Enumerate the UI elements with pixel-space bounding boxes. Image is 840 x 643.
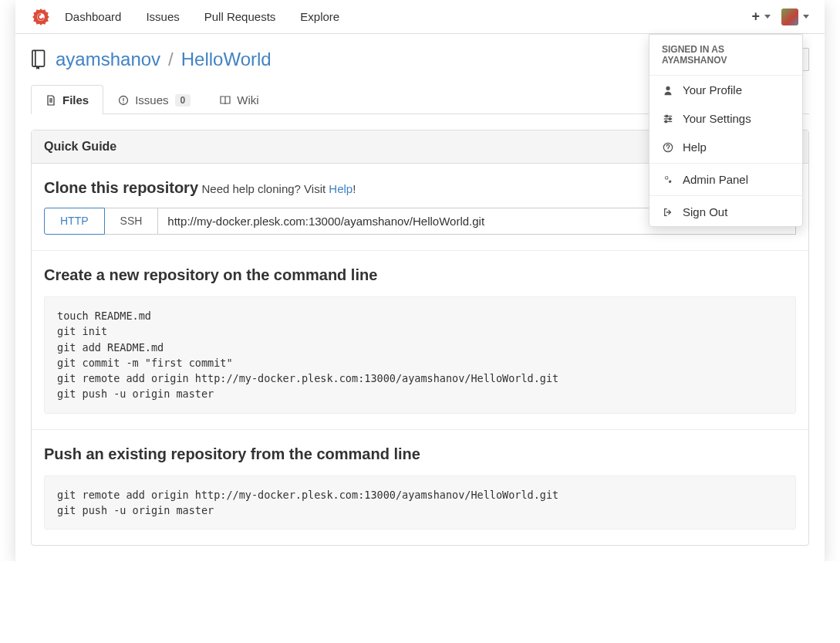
tab-label: Files [62, 93, 89, 107]
menu-label: Admin Panel [683, 173, 748, 186]
nav-pull-requests[interactable]: Pull Requests [204, 10, 276, 23]
clone-title: Clone this repository [44, 179, 198, 196]
plus-icon: + [751, 8, 760, 25]
clone-http-button[interactable]: HTTP [44, 208, 105, 235]
user-menu-trigger[interactable] [781, 8, 809, 25]
sliders-icon [662, 113, 673, 124]
clone-ssh-button[interactable]: SSH [105, 208, 159, 235]
repo-name-link[interactable]: HelloWorld [181, 49, 272, 70]
breadcrumb: ayamshanov / HelloWorld [31, 49, 272, 70]
nav-dashboard[interactable]: Dashboard [65, 10, 121, 23]
create-new-dropdown[interactable]: + [751, 8, 771, 25]
create-repo-section: Create a new repository on the command l… [32, 251, 808, 430]
nav-explore[interactable]: Explore [300, 10, 339, 23]
issue-icon [118, 95, 129, 106]
menu-your-profile[interactable]: Your Profile [649, 76, 802, 104]
tab-label: Wiki [237, 93, 258, 107]
signout-icon [662, 206, 673, 218]
nav-issues[interactable]: Issues [146, 10, 179, 23]
svg-point-2 [665, 115, 667, 117]
tab-issues[interactable]: Issues 0 [103, 85, 205, 114]
top-nav: Dashboard Issues Pull Requests Explore + [15, 0, 825, 34]
svg-point-17 [123, 102, 123, 103]
push-code-block: git remote add origin http://my-docker.p… [44, 475, 796, 530]
tab-label: Issues [135, 93, 168, 107]
menu-your-settings[interactable]: Your Settings [649, 104, 802, 133]
user-dropdown-menu: SIGNED IN AS AYAMSHANOV Your Profile You… [649, 34, 803, 227]
clone-subtext-suffix: ! [353, 182, 356, 195]
book-icon [220, 95, 231, 106]
user-icon [662, 84, 673, 96]
caret-down-icon [803, 15, 809, 19]
menu-label: Your Profile [683, 83, 742, 96]
menu-label: Sign Out [683, 205, 727, 218]
repo-owner-link[interactable]: ayamshanov [56, 49, 160, 70]
avatar [781, 8, 798, 25]
menu-label: Help [683, 140, 707, 154]
repo-icon [31, 49, 48, 69]
menu-label: Your Settings [683, 112, 751, 125]
tab-files[interactable]: Files [31, 85, 103, 114]
create-title: Create a new repository on the command l… [44, 266, 377, 283]
gears-icon [662, 174, 673, 185]
logo-icon[interactable] [31, 7, 51, 27]
menu-admin-panel[interactable]: Admin Panel [649, 165, 802, 194]
clone-subtext: Need help cloning? Visit [201, 182, 329, 195]
help-icon [662, 141, 673, 153]
dropdown-signed-in-label: SIGNED IN AS AYAMSHANOV [649, 35, 802, 76]
dropdown-divider [649, 195, 802, 196]
svg-rect-9 [32, 50, 45, 66]
create-code-block: touch README.md git init git add README.… [44, 296, 796, 414]
push-title: Push an existing repository from the com… [44, 445, 420, 462]
svg-point-6 [665, 120, 667, 123]
tab-wiki[interactable]: Wiki [205, 85, 273, 114]
svg-point-8 [667, 149, 668, 150]
menu-help[interactable]: Help [649, 133, 802, 161]
help-link[interactable]: Help [329, 182, 353, 195]
caret-down-icon [764, 15, 771, 19]
svg-point-4 [669, 117, 671, 120]
dropdown-divider [649, 163, 802, 164]
issues-count-badge: 0 [175, 94, 191, 107]
breadcrumb-separator: / [168, 49, 174, 70]
push-repo-section: Push an existing repository from the com… [32, 430, 808, 546]
file-icon [46, 95, 56, 106]
menu-sign-out[interactable]: Sign Out [649, 198, 802, 226]
